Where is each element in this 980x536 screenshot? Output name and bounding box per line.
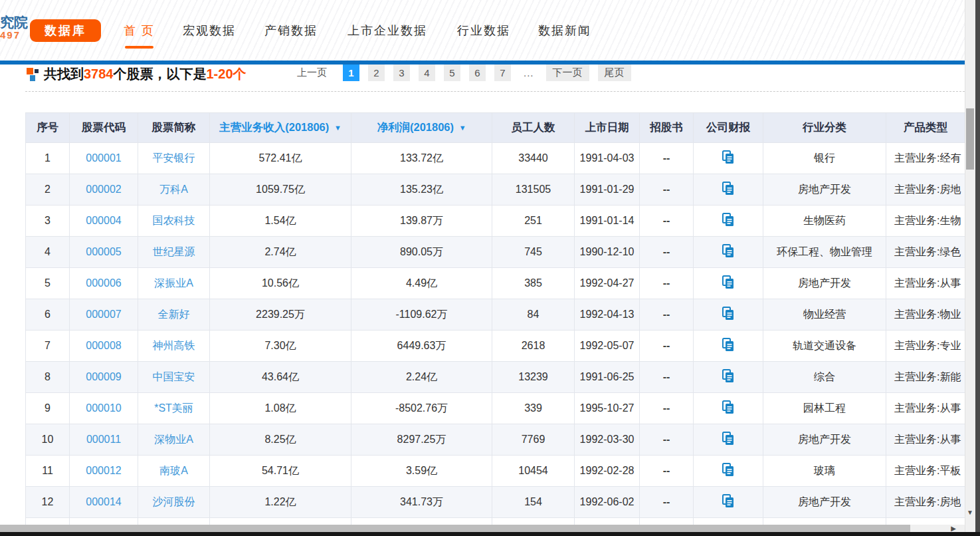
- page-button-2[interactable]: 2: [368, 65, 385, 81]
- net-profit-cell: 139.87万: [351, 205, 492, 237]
- list-date-cell: 1991-06-25: [575, 362, 640, 393]
- stock-name-link[interactable]: *ST美丽: [154, 402, 193, 414]
- page-button-6[interactable]: 6: [469, 65, 486, 81]
- window-bottom-edge: [0, 532, 980, 536]
- site-logo: 究院 497: [0, 15, 28, 41]
- product-type-cell: 主营业务:新能: [886, 362, 965, 393]
- product-type-cell: 主营业务:绿色: [886, 237, 965, 268]
- stock-code-link[interactable]: 000001: [86, 152, 121, 164]
- employees-cell: 7769: [492, 424, 575, 456]
- stock-code-link[interactable]: 000008: [86, 340, 121, 351]
- stock-code-link[interactable]: 000014: [86, 496, 121, 507]
- company-report-cell: [694, 237, 763, 268]
- empty-cell: [210, 518, 351, 525]
- list-date-cell: 1992-06-02: [575, 487, 640, 518]
- stock-name-link[interactable]: 万科A: [159, 184, 188, 195]
- nav-item-home[interactable]: 首 页: [124, 23, 155, 39]
- page-button-7[interactable]: 7: [494, 65, 511, 81]
- stock-code-link[interactable]: 000010: [86, 402, 121, 414]
- net-profit-cell: 8297.25万: [351, 424, 492, 456]
- serial-cell: 3: [26, 205, 70, 237]
- scroll-right-arrow-icon[interactable]: ▶: [945, 524, 962, 532]
- list-date-cell: 1992-05-07: [575, 331, 640, 362]
- net-profit-cell: -8502.76万: [351, 393, 492, 424]
- nav-item-macro-data[interactable]: 宏观数据: [183, 23, 236, 39]
- next-page-button[interactable]: 下一页: [546, 65, 589, 81]
- pagination: 上一页 1234567 ... 下一页 尾页: [297, 65, 640, 81]
- nav-item-listed-company-data[interactable]: 上市企业数据: [347, 23, 427, 39]
- column-header-revenue[interactable]: 主营业务收入(201806) ▼: [210, 113, 351, 143]
- prospectus-cell: --: [640, 362, 694, 393]
- stock-name-link[interactable]: 神州高铁: [153, 340, 195, 351]
- empty-cell: [575, 518, 640, 525]
- stock-code-cell: 000006: [70, 268, 138, 299]
- stock-code-link[interactable]: 000006: [86, 277, 121, 289]
- stock-code-cell: 000004: [70, 205, 138, 237]
- stock-name-link[interactable]: 深物业A: [154, 434, 193, 445]
- stock-name-link[interactable]: 中国宝安: [153, 371, 195, 382]
- stock-name-link[interactable]: 世纪星源: [153, 246, 195, 257]
- employees-cell: 339: [492, 393, 575, 424]
- product-type-cell: 主营业务:经有: [886, 143, 965, 174]
- industry-cell: 玻璃: [763, 456, 886, 487]
- stock-name-link[interactable]: 沙河股份: [153, 496, 195, 507]
- stock-code-link[interactable]: 000012: [86, 465, 121, 476]
- document-report-icon[interactable]: [722, 280, 734, 291]
- industry-cell: 房地产开发: [763, 424, 886, 456]
- last-page-button[interactable]: 尾页: [598, 65, 631, 81]
- net-profit-cell: -1109.62万: [351, 299, 492, 331]
- employees-cell: 385: [492, 268, 575, 299]
- serial-cell: 2: [26, 174, 70, 205]
- employees-cell: 13239: [492, 362, 575, 393]
- page-button-3[interactable]: 3: [393, 65, 410, 81]
- page-button-5[interactable]: 5: [444, 65, 460, 81]
- database-button[interactable]: 数据库: [30, 19, 101, 42]
- stock-name-link[interactable]: 深振业A: [154, 277, 193, 289]
- document-report-icon[interactable]: [722, 155, 734, 166]
- stock-code-link[interactable]: 000005: [86, 246, 121, 257]
- horizontal-scrollbar-thumb[interactable]: [0, 525, 910, 532]
- industry-cell: 物业经营: [763, 299, 886, 331]
- stock-code-link[interactable]: 000011: [86, 434, 121, 445]
- vertical-scrollbar-track[interactable]: [965, 0, 975, 536]
- stock-name-link[interactable]: 国农科技: [153, 215, 195, 226]
- empty-cell: [640, 518, 694, 525]
- prospectus-cell: --: [640, 487, 694, 518]
- net-profit-cell: 133.72亿: [351, 143, 492, 174]
- stock-code-link[interactable]: 000007: [86, 309, 121, 320]
- nav-item-industry-data[interactable]: 行业数据: [457, 23, 510, 39]
- prospectus-cell: --: [640, 456, 694, 487]
- document-report-icon[interactable]: [722, 186, 734, 198]
- column-header-net-profit[interactable]: 净利润(201806) ▼: [351, 113, 492, 143]
- stock-code-link[interactable]: 000002: [86, 184, 121, 195]
- prev-page-button[interactable]: 上一页: [297, 67, 327, 79]
- industry-cell: 房地产开发: [763, 487, 886, 518]
- stocks-table-container: 序号股票代码股票简称主营业务收入(201806) ▼净利润(201806) ▼员…: [25, 112, 965, 525]
- net-profit-cell: 2.24亿: [351, 362, 492, 393]
- stock-code-link[interactable]: 000009: [86, 371, 121, 382]
- document-report-icon[interactable]: [722, 468, 734, 479]
- stock-code-link[interactable]: 000004: [86, 215, 121, 226]
- scroll-down-arrow-icon[interactable]: ▼: [965, 505, 975, 519]
- stock-code-cell: 000007: [70, 299, 138, 331]
- company-report-cell: [694, 299, 763, 331]
- document-report-icon[interactable]: [722, 311, 734, 323]
- vertical-scrollbar-thumb[interactable]: [966, 108, 974, 170]
- column-header-product-type: 产品类型: [886, 113, 965, 143]
- page-button-4[interactable]: 4: [419, 65, 435, 81]
- stock-name-link[interactable]: 南玻A: [159, 465, 188, 476]
- document-report-icon[interactable]: [722, 436, 734, 448]
- document-report-icon[interactable]: [722, 499, 734, 510]
- document-report-icon[interactable]: [722, 249, 734, 260]
- squares-bullet-icon: [27, 67, 39, 81]
- page-button-1[interactable]: 1: [343, 65, 359, 81]
- nav-item-data-news[interactable]: 数据新闻: [538, 23, 591, 39]
- document-report-icon[interactable]: [722, 342, 734, 354]
- nav-item-production-sales-data[interactable]: 产销数据: [264, 23, 318, 39]
- document-report-icon[interactable]: [722, 374, 734, 385]
- list-date-cell: 1991-01-14: [575, 205, 640, 237]
- document-report-icon[interactable]: [722, 405, 734, 416]
- stock-name-link[interactable]: 平安银行: [153, 152, 195, 164]
- document-report-icon[interactable]: [722, 217, 734, 229]
- stock-name-link[interactable]: 全新好: [158, 309, 190, 320]
